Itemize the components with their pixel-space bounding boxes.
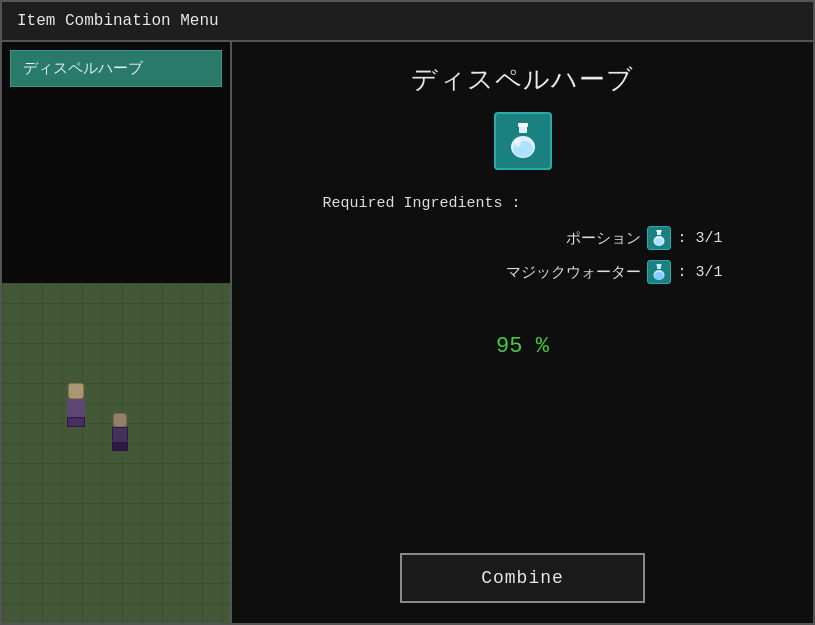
ingredient-row-2: マジックウォーター : 3/1 — [323, 260, 723, 284]
svg-rect-10 — [657, 264, 662, 266]
title-bar: Item Combination Menu — [2, 2, 813, 42]
potion-icon-small-2 — [652, 264, 666, 280]
window-title: Item Combination Menu — [17, 12, 219, 30]
game-preview — [2, 283, 230, 623]
item-title: ディスペルハーブ — [411, 62, 634, 97]
ingredient-row-1: ポーション : 3/1 — [323, 226, 723, 250]
sprite-head-2 — [113, 413, 127, 427]
svg-point-4 — [515, 139, 521, 147]
success-rate: 95 % — [496, 334, 549, 359]
svg-point-12 — [655, 272, 664, 280]
sprite-legs-2 — [112, 443, 128, 451]
sprite-body-1 — [67, 399, 85, 417]
svg-rect-1 — [518, 123, 528, 127]
sprite-character-1 — [67, 383, 85, 427]
svg-point-8 — [655, 238, 664, 246]
ingredients-section: Required Ingredients : ポーション : 3/1 — [323, 195, 723, 294]
ingredient-count-1: : 3/1 — [677, 230, 722, 247]
main-window: Item Combination Menu ディスペルハーブ — [0, 0, 815, 625]
svg-rect-6 — [657, 230, 662, 232]
sprite-head-1 — [68, 383, 84, 399]
sidebar-item-dispel-herb[interactable]: ディスペルハーブ — [10, 50, 222, 87]
ingredients-title: Required Ingredients : — [323, 195, 723, 212]
game-scene — [2, 283, 230, 623]
ingredient-icon-2 — [647, 260, 671, 284]
potion-svg-icon — [507, 123, 539, 159]
sprite-legs-1 — [67, 417, 85, 427]
potion-icon-small-1 — [652, 230, 666, 246]
sprite-character-2 — [112, 413, 128, 451]
detail-panel: ディスペルハーブ Required Ingredients : — [232, 42, 813, 623]
sidebar-item-label: ディスペルハーブ — [23, 61, 143, 78]
content-area: ディスペルハーブ — [2, 42, 813, 623]
ingredient-count-2: : 3/1 — [677, 264, 722, 281]
sidebar: ディスペルハーブ — [2, 42, 232, 623]
ingredient-name-2: マジックウォーター — [506, 263, 641, 282]
ingredient-name-1: ポーション — [566, 229, 641, 248]
item-icon — [494, 112, 552, 170]
combine-button[interactable]: Combine — [400, 553, 645, 603]
sprite-body-2 — [112, 427, 128, 443]
ingredient-icon-1 — [647, 226, 671, 250]
